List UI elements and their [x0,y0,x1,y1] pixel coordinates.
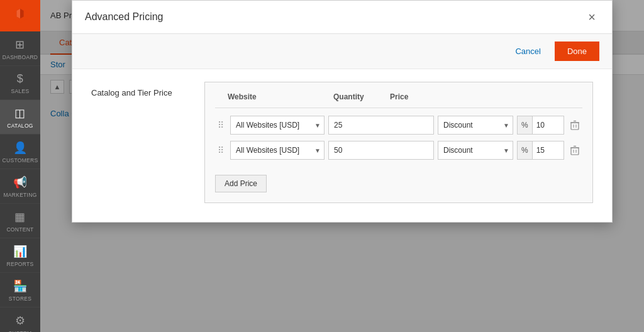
pricing-section: Catalog and Tier Price Website Quantity … [91,82,593,203]
system-icon: ⚙ [15,314,25,328]
modal-title: Advanced Pricing [85,11,164,23]
marketing-icon: 📢 [13,175,27,189]
modal-header: Advanced Pricing × [72,1,612,34]
discount-wrap-2: DiscountFixed ▼ [438,141,513,160]
sidebar-item-marketing[interactable]: 📢 MARKETING [0,169,40,204]
content-icon: ▦ [14,210,25,224]
sidebar-item-label: STORES [9,296,32,302]
sidebar-item-label: CONTENT [6,226,33,233]
section-label: Catalog and Tier Price [91,82,186,203]
add-price-button[interactable]: Add Price [215,175,267,192]
sidebar-item-label: CATALOG [7,123,33,129]
stores-icon: 🏪 [13,279,27,293]
sidebar-item-content[interactable]: ▦ CONTENT [0,204,40,238]
main-content: AB Pr Cat Stor Stor | St ▲ ▲ Colla Col A… [40,0,644,332]
sidebar-item-reports[interactable]: 📊 REPORTS [0,238,40,273]
sidebar: ⊞ DASHBOARD $ SALES ◫ CATALOG 👤 CUSTOMER… [0,0,40,332]
done-button[interactable]: Done [555,42,599,61]
dashboard-icon: ⊞ [15,38,25,52]
customers-icon: 👤 [13,141,27,155]
col-header-quantity: Quantity [328,92,385,101]
reports-icon: 📊 [13,245,27,258]
pct-symbol-1: % [518,116,533,134]
modal-body: Catalog and Tier Price Website Quantity … [72,69,612,222]
sidebar-item-catalog[interactable]: ◫ CATALOG [0,100,40,135]
website-select-wrap-2: All Websites [USD] ▼ [230,141,325,160]
svg-rect-8 [571,148,579,155]
table-row: ⠿ All Websites [USD] ▼ DiscountFixed ▼ [215,141,582,160]
sidebar-item-sales[interactable]: $ SALES [0,66,40,100]
sidebar-item-label: CUSTOMERS [3,157,38,163]
pct-wrap-1: % [517,116,564,135]
col-header-website: Website [228,92,328,101]
sidebar-item-label: DASHBOARD [3,54,38,60]
sidebar-item-stores[interactable]: 🏪 STORES [0,273,40,307]
pct-input-2[interactable] [533,141,564,159]
price-type-select-1[interactable]: DiscountFixed [438,116,513,135]
quantity-input-2[interactable] [328,141,434,160]
quantity-input-1[interactable] [328,116,434,135]
pricing-table: Website Quantity Price ⠿ All Websites [U… [204,82,593,203]
pct-symbol-2: % [518,141,533,159]
website-select-2[interactable]: All Websites [USD] [230,141,325,160]
sidebar-item-customers[interactable]: 👤 CUSTOMERS [0,135,40,169]
sidebar-item-label: MARKETING [3,192,36,198]
modal-overlay: Advanced Pricing × Cancel Done Catalog a… [40,0,644,332]
delete-row-2-button[interactable] [568,145,582,155]
drag-handle-1[interactable]: ⠿ [215,120,226,130]
advanced-pricing-modal: Advanced Pricing × Cancel Done Catalog a… [72,0,613,223]
delete-row-1-button[interactable] [568,120,582,130]
website-select-wrap-1: All Websites [USD] ▼ [230,116,325,135]
svg-rect-3 [571,123,579,130]
drag-handle-2[interactable]: ⠿ [215,145,226,155]
price-type-select-2[interactable]: DiscountFixed [438,141,513,160]
catalog-icon: ◫ [14,106,25,120]
sidebar-logo [0,0,40,31]
pct-wrap-2: % [517,141,564,160]
modal-close-button[interactable]: × [584,9,599,25]
sales-icon: $ [17,72,23,86]
sidebar-item-label: REPORTS [6,261,33,267]
modal-toolbar: Cancel Done [72,34,612,69]
col-header-price: Price [385,92,473,101]
cancel-button[interactable]: Cancel [508,43,548,60]
table-header: Website Quantity Price [215,92,582,108]
sidebar-item-dashboard[interactable]: ⊞ DASHBOARD [0,31,40,66]
discount-wrap-1: DiscountFixed ▼ [438,116,513,135]
table-row: ⠿ All Websites [USD] ▼ DiscountFixed ▼ [215,116,582,135]
sidebar-item-system[interactable]: ⚙ SYSTEM [0,307,40,332]
pct-input-1[interactable] [533,116,564,134]
sidebar-item-label: SALES [11,88,30,94]
website-select-1[interactable]: All Websites [USD] [230,116,325,135]
